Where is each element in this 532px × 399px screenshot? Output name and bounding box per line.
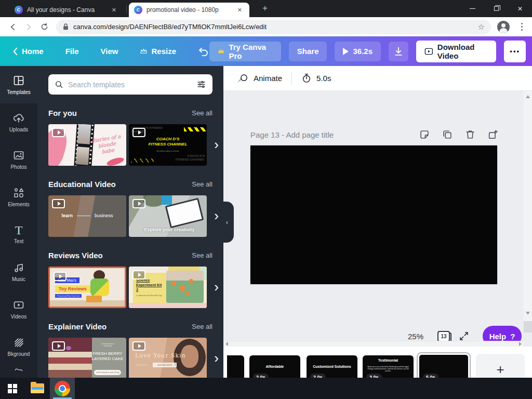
- window-controls: ✕: [460, 0, 532, 17]
- sidebar-item-templates[interactable]: Templates: [0, 66, 37, 103]
- home-button[interactable]: Home: [12, 47, 44, 56]
- forward-button[interactable]: [21, 19, 36, 35]
- see-all-link[interactable]: See all: [192, 251, 212, 259]
- scroll-right-arrow-icon[interactable]: [519, 342, 522, 346]
- more-options-button[interactable]: •••: [504, 41, 526, 62]
- scroll-left-arrow-icon[interactable]: [225, 342, 228, 346]
- filter-sliders-icon[interactable]: [196, 79, 206, 89]
- sidebar-item-text[interactable]: T Text: [0, 216, 37, 253]
- panel-collapse-button[interactable]: ‹: [220, 202, 234, 243]
- template-thumb-diaries[interactable]: diaries of ablonde babe: [48, 124, 126, 166]
- template-thumb-love-your-skin[interactable]: Love Your Skin SHOP FAVOURITES: [129, 338, 207, 378]
- video-play-badge-icon: [52, 199, 65, 208]
- template-thumb-berry-cake[interactable]: ◎ Stanford KitchenCommunity FRESH BERRYL…: [48, 338, 126, 378]
- play-preview-button[interactable]: 36.2s: [335, 42, 381, 61]
- search-input[interactable]: [68, 81, 196, 89]
- start-button[interactable]: [0, 378, 25, 399]
- file-explorer-icon: [31, 383, 44, 393]
- sidebar-item-background[interactable]: Bkground: [0, 328, 37, 365]
- back-button[interactable]: [5, 19, 21, 35]
- music-note-icon: [12, 261, 25, 274]
- sidebar-item-music[interactable]: Music: [0, 253, 37, 290]
- browser-menu-icon[interactable]: [517, 21, 527, 33]
- taskbar-file-explorer[interactable]: [25, 378, 50, 399]
- animate-button[interactable]: Animate: [236, 73, 282, 84]
- row-scroll-right-icon[interactable]: ›: [214, 209, 219, 222]
- scroll-down-arrow-icon[interactable]: [526, 312, 530, 315]
- thumb-text: Love Your Skin: [135, 352, 192, 359]
- video-play-badge-icon: [132, 128, 145, 137]
- scroll-up-arrow-icon[interactable]: [526, 95, 530, 98]
- new-tab-button[interactable]: +: [259, 4, 271, 14]
- horizontal-scrollbar[interactable]: [223, 341, 524, 347]
- see-all-link[interactable]: See all: [192, 180, 212, 188]
- video-play-badge-icon: [52, 128, 65, 137]
- template-thumb-toy-reviews[interactable]: Little Max's Toy Reviews Featuring Fifty…: [48, 267, 126, 308]
- browser-tab-designs[interactable]: C All your designs - Canva ✕: [9, 3, 124, 17]
- delete-page-icon[interactable]: [464, 129, 476, 140]
- window-restore-button[interactable]: [484, 0, 508, 17]
- view-menu[interactable]: View: [101, 47, 118, 56]
- sidebar-item-more[interactable]: [0, 365, 37, 379]
- clip-title: Customized Solutions: [307, 365, 357, 369]
- download-video-button[interactable]: Download Video: [416, 41, 496, 62]
- page-duration-button[interactable]: 5.0s: [301, 73, 331, 84]
- add-page-icon[interactable]: [487, 129, 499, 140]
- row-scroll-right-icon[interactable]: ›: [214, 280, 219, 294]
- sidebar-item-videos[interactable]: Videos: [0, 290, 37, 328]
- template-search[interactable]: [48, 74, 212, 95]
- download-button[interactable]: [389, 42, 408, 61]
- window-close-button[interactable]: ✕: [508, 0, 532, 17]
- template-thumb-science-kit[interactable]: Science Experiment Kit 3 in collaboratio…: [129, 267, 207, 308]
- video-play-badge-icon: [132, 199, 145, 208]
- template-row: Little Max's Toy Reviews Featuring Fifty…: [48, 267, 212, 308]
- page-title-label[interactable]: Page 13 - Add page title: [250, 130, 334, 139]
- reload-button[interactable]: [36, 19, 52, 35]
- fullscreen-icon[interactable]: [458, 330, 470, 342]
- template-thumb-explore-creativity[interactable]: Explore your creativity: [129, 195, 207, 237]
- vertical-scrollbar[interactable]: [524, 91, 532, 332]
- row-scroll-right-icon[interactable]: ›: [214, 138, 219, 151]
- add-notes-icon[interactable]: [419, 129, 430, 140]
- share-button[interactable]: Share: [289, 42, 327, 61]
- see-all-link[interactable]: See all: [192, 323, 212, 330]
- thumb-text: learn: [61, 213, 73, 218]
- page-count-badge[interactable]: 13: [437, 331, 450, 342]
- lock-icon: [62, 23, 69, 31]
- video-canvas-page[interactable]: [250, 145, 497, 284]
- thumb-text: COACH D'S: [156, 137, 180, 141]
- row-scroll-right-icon[interactable]: ›: [214, 351, 219, 365]
- window-minimize-button[interactable]: [460, 0, 484, 17]
- url-text: canva.com/design/DAENFtectB8/ed7yTMfiOK7…: [73, 23, 478, 31]
- sidebar-item-uploads[interactable]: Uploads: [0, 103, 37, 141]
- section-title: Reviews Video: [48, 251, 103, 260]
- tab-close-icon[interactable]: ✕: [110, 6, 118, 15]
- tab-close-icon[interactable]: ✕: [235, 6, 244, 15]
- sidebar-item-elements[interactable]: Elements: [0, 178, 37, 216]
- chrome-icon: [55, 381, 70, 396]
- bookmark-star-icon[interactable]: ☆: [478, 22, 485, 32]
- windows-taskbar: [0, 378, 532, 399]
- zoom-level[interactable]: 25%: [408, 332, 423, 341]
- browser-tab-promo-video[interactable]: C promotional video - 1080p ✕: [129, 3, 249, 17]
- address-bar[interactable]: canva.com/design/DAENFtectB8/ed7yTMfiOK7…: [56, 20, 491, 34]
- sidebar-rail: Templates Uploads Photos Elements T Text…: [0, 66, 37, 378]
- sidebar-item-label: Templates: [7, 89, 31, 95]
- file-menu[interactable]: File: [65, 47, 79, 56]
- sidebar-item-label: Music: [12, 276, 25, 282]
- templates-icon: [12, 74, 25, 87]
- template-row: ◎ Stanford KitchenCommunity FRESH BERRYL…: [48, 338, 212, 378]
- profile-avatar[interactable]: [497, 21, 510, 33]
- try-canva-pro-button[interactable]: Try Canva Pro: [209, 42, 281, 61]
- template-thumb-learn-business[interactable]: learnbusiness: [48, 195, 126, 237]
- duplicate-page-icon[interactable]: [442, 129, 453, 140]
- see-all-link[interactable]: See all: [192, 109, 212, 117]
- undo-button[interactable]: [198, 47, 209, 56]
- resize-menu[interactable]: Resize: [140, 47, 176, 56]
- crown-icon: [140, 48, 148, 55]
- sidebar-item-photos[interactable]: Photos: [0, 141, 37, 178]
- template-thumb-coach-fitness[interactable]: COACH D'S FITNESSCHANNEL COACH D'SFITNES…: [129, 124, 207, 166]
- thumb-text: Science Experiment Kit 3: [136, 278, 164, 292]
- section-title: Explainer Video: [48, 322, 107, 331]
- taskbar-chrome[interactable]: [50, 378, 75, 399]
